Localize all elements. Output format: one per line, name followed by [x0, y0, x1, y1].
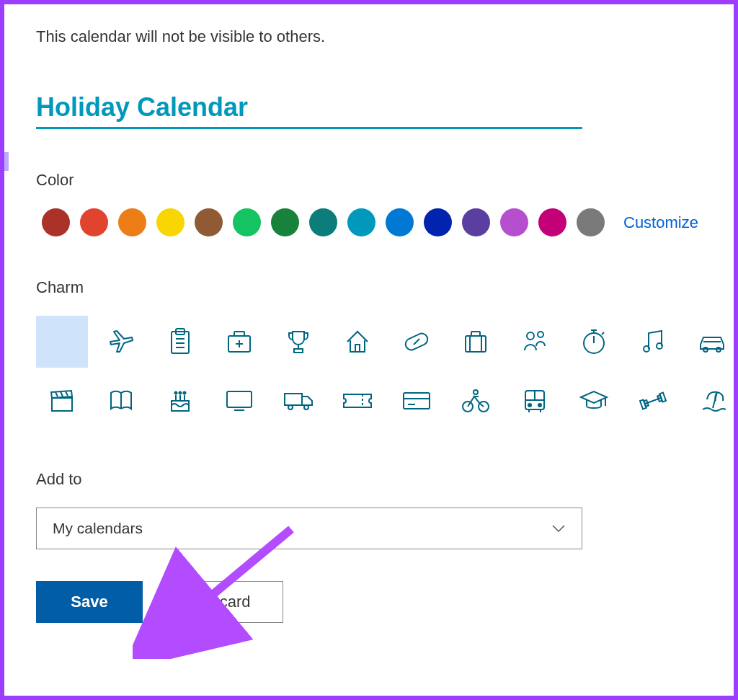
color-swatch-5[interactable]	[233, 208, 261, 236]
charm-credit-card[interactable]	[391, 375, 443, 427]
ticket-icon	[341, 390, 374, 412]
color-swatch-3[interactable]	[156, 208, 184, 236]
discard-button[interactable]: Discard	[164, 581, 283, 623]
svg-rect-10	[294, 349, 303, 353]
color-swatch-9[interactable]	[386, 208, 414, 236]
color-swatch-4[interactable]	[195, 208, 223, 236]
charm-section-label: Charm	[36, 278, 702, 297]
charm-none[interactable]	[36, 316, 88, 368]
credit-card-icon	[401, 390, 432, 412]
birthday-icon	[166, 386, 195, 415]
music-icon	[640, 327, 666, 356]
add-to-selected-value: My calendars	[53, 520, 143, 537]
car-icon	[696, 330, 728, 353]
calendar-name-input[interactable]	[36, 92, 582, 129]
color-swatch-row: Customize	[42, 208, 702, 236]
action-button-row: Save Discard	[36, 581, 702, 623]
bus-icon	[520, 387, 549, 415]
airplane-icon	[107, 327, 135, 356]
charm-home[interactable]	[332, 316, 383, 368]
svg-line-33	[66, 391, 68, 396]
people-icon	[520, 327, 549, 356]
clapperboard-icon	[48, 388, 76, 414]
beach-icon	[697, 386, 727, 415]
book-icon	[107, 389, 135, 413]
charm-people[interactable]	[509, 316, 561, 368]
charm-book[interactable]	[95, 375, 147, 427]
svg-point-39	[175, 392, 177, 394]
color-swatch-10[interactable]	[424, 208, 452, 236]
color-swatch-0[interactable]	[42, 208, 70, 236]
color-swatch-13[interactable]	[538, 208, 566, 236]
charm-cycling[interactable]	[450, 375, 502, 427]
charm-pill[interactable]	[391, 316, 443, 368]
svg-point-19	[538, 332, 543, 337]
charm-grid	[36, 316, 702, 427]
stopwatch-icon	[580, 327, 608, 356]
home-icon	[343, 327, 372, 356]
chevron-down-icon	[551, 524, 566, 533]
charm-stopwatch[interactable]	[568, 316, 620, 368]
color-swatch-11[interactable]	[462, 208, 490, 236]
svg-rect-42	[227, 391, 252, 407]
color-swatch-6[interactable]	[271, 208, 299, 236]
charm-music[interactable]	[627, 316, 679, 368]
charm-monitor[interactable]	[213, 375, 265, 427]
svg-rect-30	[52, 398, 72, 411]
charm-birthday[interactable]	[154, 375, 206, 427]
svg-point-46	[304, 405, 308, 409]
first-aid-icon	[225, 327, 254, 356]
charm-beach[interactable]	[686, 375, 738, 427]
svg-point-45	[288, 405, 293, 409]
svg-rect-14	[466, 336, 486, 352]
charm-first-aid[interactable]	[213, 316, 265, 368]
charm-trophy[interactable]	[272, 316, 324, 368]
color-swatch-2[interactable]	[118, 208, 146, 236]
trophy-icon	[285, 327, 311, 356]
cycling-icon	[460, 388, 492, 414]
pill-icon	[401, 330, 432, 353]
color-swatch-12[interactable]	[500, 208, 528, 236]
charm-dumbbell[interactable]	[627, 375, 679, 427]
color-swatch-1[interactable]	[80, 208, 108, 236]
add-to-select[interactable]: My calendars	[36, 508, 582, 549]
charm-clipboard[interactable]	[154, 316, 206, 368]
truck-icon	[282, 389, 315, 412]
svg-point-40	[179, 392, 182, 394]
save-button[interactable]: Save	[36, 581, 143, 623]
color-swatch-8[interactable]	[347, 208, 375, 236]
charm-graduation[interactable]	[568, 375, 620, 427]
side-accent	[4, 152, 9, 171]
color-section-label: Color	[36, 171, 702, 190]
svg-line-13	[414, 339, 419, 345]
svg-point-18	[527, 332, 534, 340]
svg-rect-44	[285, 394, 302, 405]
monitor-icon	[224, 389, 254, 413]
briefcase-icon	[461, 327, 490, 356]
charm-car[interactable]	[686, 316, 738, 368]
svg-rect-48	[404, 393, 430, 409]
svg-point-53	[474, 390, 478, 394]
visibility-note: This calendar will not be visible to oth…	[36, 27, 702, 46]
charm-briefcase[interactable]	[450, 316, 502, 368]
svg-rect-6	[234, 332, 244, 336]
svg-point-41	[184, 392, 186, 394]
color-swatch-14[interactable]	[577, 208, 605, 236]
charm-ticket[interactable]	[332, 375, 383, 427]
customize-color-link[interactable]: Customize	[623, 213, 698, 232]
dumbbell-icon	[636, 390, 670, 412]
svg-point-58	[538, 404, 541, 407]
svg-rect-11	[355, 345, 360, 352]
charm-clapperboard[interactable]	[36, 375, 88, 427]
charm-airplane[interactable]	[95, 316, 147, 368]
svg-point-57	[528, 404, 531, 407]
svg-line-32	[61, 391, 63, 396]
clipboard-icon	[167, 327, 193, 356]
charm-bus[interactable]	[509, 375, 561, 427]
color-swatch-7[interactable]	[309, 208, 337, 236]
charm-truck[interactable]	[272, 375, 324, 427]
svg-rect-15	[471, 332, 480, 336]
graduation-icon	[578, 389, 610, 413]
add-to-label: Add to	[36, 470, 702, 489]
svg-line-24	[602, 332, 604, 335]
